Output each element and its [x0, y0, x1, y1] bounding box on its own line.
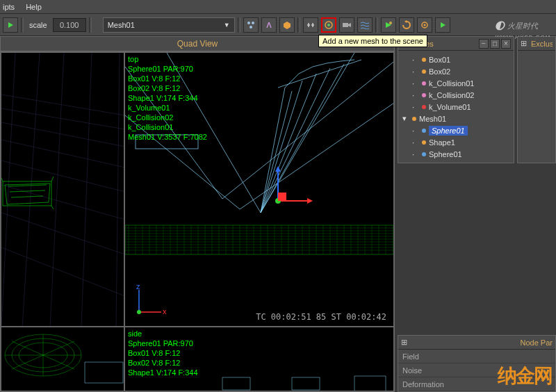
svg-marker-4 — [284, 22, 291, 29]
prop-field[interactable]: Field — [398, 350, 555, 364]
node-params-header: ⊞ Node Par — [398, 336, 555, 350]
svg-marker-11 — [404, 20, 407, 23]
node-type-icon — [422, 140, 426, 145]
gear-sun-icon[interactable] — [417, 17, 432, 33]
tree-expand-icon: · — [412, 103, 419, 111]
fork-icon[interactable] — [261, 17, 277, 33]
grid-icon: ⊞ — [401, 338, 407, 347]
scale-input[interactable]: 0.100 — [53, 18, 86, 32]
menubar: ipts Help — [0, 0, 556, 14]
tree-label: Sphere01 — [429, 126, 468, 136]
node-params-title: Node Par — [521, 338, 553, 347]
tree-item[interactable]: ·k_Collision02 — [400, 89, 512, 101]
tree-expand-icon: · — [412, 138, 419, 147]
axis-gizmo-center — [264, 166, 313, 215]
dropdown-value: Mesh01 — [108, 18, 135, 32]
play-sun-icon[interactable] — [381, 17, 396, 33]
tree-label: Box02 — [429, 67, 450, 76]
svg-line-19 — [1, 161, 124, 192]
main-area: Quad View — [0, 36, 556, 392]
tree-label: k_Collision02 — [429, 91, 474, 99]
svg-point-1 — [247, 22, 250, 24]
menu-help[interactable]: Help — [26, 3, 42, 11]
svg-text:z: z — [136, 284, 140, 291]
svg-point-6 — [327, 24, 330, 26]
exclusive-title: Exclusive — [531, 40, 553, 48]
wireframe-bl — [1, 327, 124, 391]
svg-rect-30 — [125, 225, 394, 254]
side-panels: ⊞ Nodes − □ × ·Box01·Box02·k_Collision01… — [395, 36, 556, 392]
svg-marker-80 — [275, 166, 281, 172]
nodes-tree: ·Box01·Box02·k_Collision01·k_Collision02… — [398, 51, 514, 163]
svg-line-18 — [1, 140, 124, 168]
svg-rect-7 — [343, 23, 348, 27]
svg-rect-96 — [354, 376, 386, 391]
nodes-icon[interactable] — [243, 17, 259, 33]
tree-label: Sphere01 — [429, 150, 462, 158]
expand-icon[interactable] — [303, 17, 318, 33]
tree-label: k_Collision01 — [429, 79, 474, 88]
mesh-dropdown[interactable]: Mesh01 ▼ — [103, 17, 235, 33]
tree-item[interactable]: ·k_Collision01 — [400, 77, 512, 89]
viewport-top[interactable]: top Sphere01 PAR:970 Box01 V:8 F:12 Box0… — [124, 52, 394, 327]
viewport-left[interactable] — [1, 52, 124, 327]
cube-icon[interactable] — [279, 17, 295, 33]
tree-item[interactable]: ·k_Volume01 — [400, 101, 512, 113]
svg-point-13 — [423, 24, 425, 26]
minimize-icon[interactable]: − — [479, 39, 489, 49]
tree-expand-icon: · — [412, 91, 419, 99]
tree-item[interactable]: ·Box01 — [400, 54, 512, 65]
najin-logo: 纳金网 — [498, 363, 552, 389]
node-type-icon — [422, 93, 426, 97]
tree-expand-icon: ▾ — [402, 114, 409, 123]
viewport-side-info: side Sphere01 PAR:970 Box01 V:8 F:12 Box… — [128, 329, 198, 377]
node-type-icon — [422, 129, 426, 133]
svg-rect-94 — [222, 377, 250, 390]
svg-point-2 — [252, 22, 254, 24]
tree-expand-icon: · — [412, 56, 419, 64]
camera-icon[interactable] — [339, 17, 354, 33]
svg-marker-82 — [307, 198, 313, 204]
viewport-side[interactable]: side Sphere01 PAR:970 Box01 V:8 F:12 Box… — [124, 327, 394, 391]
node-type-icon — [422, 70, 426, 74]
separator — [21, 17, 24, 33]
svg-line-20 — [1, 185, 124, 220]
tree-expand-icon: · — [412, 150, 419, 158]
maximize-icon[interactable]: □ — [490, 39, 500, 49]
separator — [89, 17, 92, 33]
exclusive-panel: ⊞ Exclusive — [517, 36, 556, 163]
tree-expand-icon: · — [412, 79, 419, 88]
panel-controls: − □ × — [479, 39, 511, 49]
play2-icon[interactable] — [435, 17, 450, 33]
close-icon[interactable]: × — [501, 39, 511, 49]
svg-rect-93 — [85, 362, 123, 383]
tree-item[interactable]: ·Sphere01 — [400, 124, 512, 136]
nodes-panel: ⊞ Nodes − □ × ·Box01·Box02·k_Collision01… — [398, 36, 514, 163]
play-icon[interactable] — [3, 17, 18, 33]
node-type-icon — [422, 152, 426, 156]
svg-line-21 — [1, 213, 124, 254]
svg-line-26 — [81, 53, 92, 327]
separator — [297, 17, 300, 33]
waves-icon[interactable] — [357, 17, 373, 33]
tree-label: k_Volume01 — [429, 103, 471, 111]
svg-rect-84 — [278, 193, 286, 201]
viewport-bl[interactable] — [1, 327, 124, 391]
svg-point-89 — [137, 310, 141, 314]
refresh-icon[interactable] — [399, 17, 414, 33]
tree-item[interactable]: ·Shape1 — [400, 136, 512, 148]
tree-expand-icon: · — [412, 126, 419, 135]
exclusive-body — [518, 51, 555, 162]
svg-marker-8 — [348, 23, 351, 27]
separator — [375, 17, 378, 33]
add-mesh-button[interactable] — [321, 17, 336, 33]
menu-scripts[interactable]: ipts — [3, 3, 15, 11]
tree-item[interactable]: ·Sphere01 — [400, 148, 512, 160]
node-type-icon — [422, 81, 426, 85]
tree-label: Box01 — [429, 56, 450, 64]
timecode: TC 00:02:51 85 ST 00:02:42 — [256, 312, 386, 322]
tree-item[interactable]: ▾Mesh01 — [400, 113, 512, 124]
tree-item[interactable]: ·Box02 — [400, 65, 512, 77]
svg-marker-14 — [441, 22, 445, 28]
svg-line-22 — [1, 247, 124, 296]
